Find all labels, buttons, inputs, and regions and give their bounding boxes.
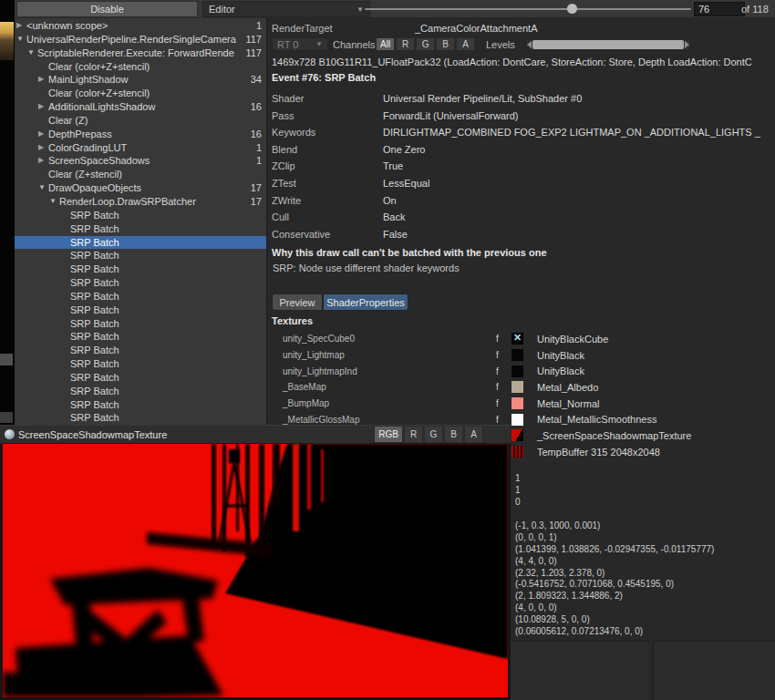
- event-row[interactable]: ▶ScreenSpaceShadows1: [15, 154, 266, 168]
- channel-button-g[interactable]: G: [416, 37, 435, 51]
- tab-preview[interactable]: Preview: [272, 293, 323, 311]
- render-target-value: _CameraColorAttachmentA: [415, 23, 538, 34]
- event-row[interactable]: SRP Batch: [15, 398, 266, 412]
- event-row[interactable]: SRP Batch: [15, 385, 266, 398]
- event-row[interactable]: SRP Batch: [15, 249, 266, 262]
- event-row[interactable]: ▶AdditionalLightsShadow16: [15, 100, 266, 114]
- texture-thumbnail-shadow-icon: [512, 429, 523, 441]
- collapse-arrow-icon[interactable]: ▼: [49, 195, 59, 209]
- event-row[interactable]: SRP Batch: [15, 330, 266, 344]
- event-row[interactable]: SRP Batch: [15, 276, 266, 290]
- texture-thumbnail-black-icon: [512, 349, 523, 361]
- preview-channel-button-rgb[interactable]: RGB: [374, 426, 403, 443]
- event-row[interactable]: Clear (color+Z+stencil): [15, 60, 266, 74]
- batching-reason: SRP: Node use different shader keywords: [273, 262, 460, 273]
- event-row-label: SRP Batch: [70, 209, 256, 222]
- texture-property-name: unity_Lightmap: [268, 350, 496, 360]
- expand-arrow-icon[interactable]: ▶: [38, 141, 48, 155]
- levels-slider[interactable]: [525, 38, 691, 51]
- disable-button[interactable]: Disable: [16, 1, 198, 17]
- event-row[interactable]: SRP Batch: [15, 317, 266, 331]
- event-row[interactable]: ▼UniversalRenderPipeline.RenderSingleCam…: [15, 33, 266, 46]
- event-index-field[interactable]: 76: [694, 2, 745, 16]
- event-row-label: Clear (Z): [48, 114, 256, 128]
- event-slider-track[interactable]: [365, 8, 691, 10]
- channel-button-r[interactable]: R: [396, 37, 415, 51]
- channel-button-a[interactable]: A: [456, 37, 475, 51]
- preview-channel-button-g[interactable]: G: [424, 426, 443, 443]
- event-tree: ▶<unknown scope>1▼UniversalRenderPipelin…: [15, 19, 266, 426]
- levels-min-handle-icon[interactable]: [527, 41, 532, 48]
- levels-max-handle-icon[interactable]: [685, 41, 689, 48]
- event-row-label: SRP Batch: [70, 330, 256, 344]
- event-row-count: 16: [251, 128, 262, 141]
- rt-dropdown[interactable]: RT 0 ▼: [272, 37, 328, 51]
- detail-label: Conservative: [272, 226, 383, 243]
- collapse-arrow-icon[interactable]: ▼: [16, 33, 26, 46]
- levels-label: Levels: [486, 39, 515, 50]
- preview-channel-button-b[interactable]: B: [444, 426, 463, 443]
- event-row[interactable]: SRP Batch: [15, 344, 266, 357]
- collapse-arrow-icon[interactable]: ▼: [38, 181, 48, 195]
- event-row[interactable]: ▶<unknown scope>1: [15, 19, 266, 33]
- event-row[interactable]: SRP Batch: [15, 357, 266, 371]
- shadowmap-render: [3, 444, 508, 697]
- event-slider-handle[interactable]: [567, 4, 577, 14]
- tab-shader-properties[interactable]: ShaderProperties: [323, 293, 408, 311]
- expand-arrow-icon[interactable]: ▶: [38, 73, 48, 87]
- channel-button-all[interactable]: All: [376, 37, 395, 51]
- event-row[interactable]: ▼DrawOpaqueObjects17: [15, 181, 266, 195]
- event-row[interactable]: ▶DepthPrepass16: [15, 128, 266, 141]
- event-row[interactable]: ▼ScriptableRenderer.Execute: ForwardRend…: [15, 46, 266, 60]
- expand-arrow-icon[interactable]: ▶: [38, 154, 48, 168]
- target-dropdown[interactable]: Editor ▼: [202, 1, 370, 17]
- event-row[interactable]: SRP Batch: [15, 371, 266, 385]
- texture-row[interactable]: _BumpMapfMetal_Normal: [268, 396, 775, 412]
- event-row[interactable]: Clear (Z+stencil): [15, 168, 266, 181]
- levels-range-fill[interactable]: [532, 40, 684, 49]
- preview-channel-button-a[interactable]: A: [464, 426, 483, 443]
- event-row[interactable]: SRP Batch: [15, 209, 266, 222]
- event-row-label: SRP Batch: [70, 371, 256, 385]
- event-row-count: 1: [256, 19, 262, 33]
- detail-value: ForwardLit (UniversalForward): [383, 108, 771, 125]
- detail-value: Universal Render Pipeline/Lit, SubShader…: [383, 90, 771, 108]
- expand-arrow-icon[interactable]: ▶: [38, 128, 48, 141]
- texture-row[interactable]: _BaseMapfMetal_Albedo: [268, 379, 775, 396]
- event-row[interactable]: SRP Batch: [15, 262, 266, 276]
- collapse-arrow-icon[interactable]: ▼: [27, 46, 37, 60]
- channel-button-b[interactable]: B: [436, 37, 455, 51]
- expand-arrow-icon[interactable]: ▶: [16, 19, 26, 33]
- texture-preview-header[interactable]: ScreenSpaceShadowmapTexture RGBRGBA: [0, 425, 511, 444]
- event-row[interactable]: ▶ColorGradingLUT1: [15, 141, 266, 155]
- texture-thumbnail-cube-icon: [512, 333, 523, 345]
- texture-asset-name: _ScreenSpaceShadowmapTexture: [537, 430, 691, 441]
- event-row[interactable]: SRP Batch: [15, 411, 266, 425]
- event-row[interactable]: ▼RenderLoop.DrawSRPBatcher17: [15, 195, 266, 209]
- preview-channel-button-r[interactable]: R: [404, 426, 423, 443]
- event-row[interactable]: SRP Batch: [15, 222, 266, 236]
- event-row[interactable]: SRP Batch: [15, 290, 266, 304]
- vector-values: (-1, 0.3, 1000, 0.001)(0, 0, 0, 1)(1.041…: [515, 520, 714, 638]
- texture-row[interactable]: unity_SpecCube0fUnityBlackCube: [268, 331, 775, 347]
- event-row[interactable]: ▶MainLightShadow34: [15, 73, 266, 87]
- expand-arrow-icon[interactable]: ▶: [38, 100, 48, 114]
- event-row-label: AdditionalLightsShadow: [48, 100, 245, 114]
- textures-header: Textures: [272, 315, 313, 326]
- float-value: 1: [515, 472, 521, 484]
- event-row-label: Clear (color+Z+stencil): [48, 87, 256, 100]
- texture-row[interactable]: unity_LightmapfUnityBlack: [268, 347, 775, 364]
- event-row-label: SRP Batch: [70, 411, 256, 425]
- detail-label: ZTest: [272, 175, 383, 192]
- event-row-label: UniversalRenderPipeline.RenderSingleCame…: [26, 33, 240, 46]
- event-row-selected[interactable]: SRP Batch: [15, 236, 266, 250]
- event-row[interactable]: SRP Batch: [15, 304, 266, 317]
- event-row-label: SRP Batch: [70, 222, 256, 236]
- batching-title: Why this draw call can't be batched with…: [272, 247, 547, 258]
- texture-row[interactable]: unity_LightmapIndfUnityBlack: [268, 363, 775, 379]
- texture-thumbnail-albedo-icon: [512, 381, 523, 393]
- event-row[interactable]: Clear (Z): [15, 114, 266, 128]
- event-row[interactable]: Clear (color+Z+stencil): [15, 87, 266, 100]
- texture-asset-name: UnityBlackCube: [537, 334, 608, 345]
- vector-value: (2, 1.809323, 1.344886, 2): [515, 591, 714, 602]
